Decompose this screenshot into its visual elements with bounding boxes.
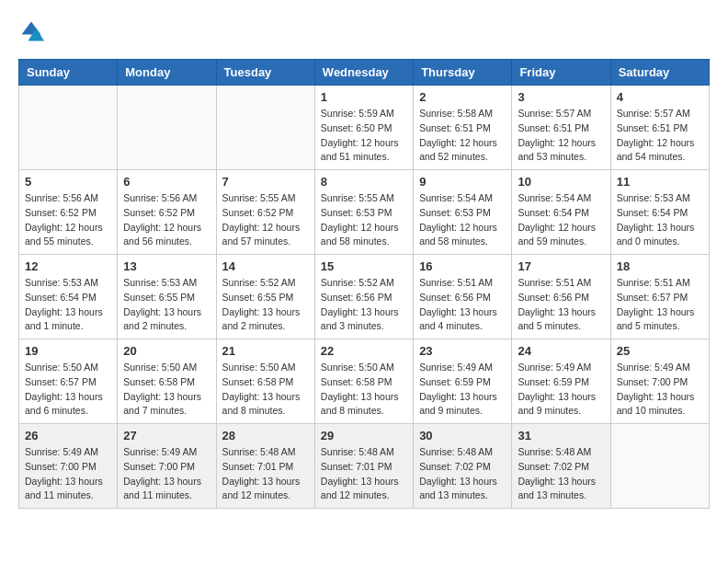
calendar-cell: 29Sunrise: 5:48 AM Sunset: 7:01 PM Dayli… xyxy=(314,424,413,509)
calendar-cell: 28Sunrise: 5:48 AM Sunset: 7:01 PM Dayli… xyxy=(216,424,314,509)
calendar-cell: 12Sunrise: 5:53 AM Sunset: 6:54 PM Dayli… xyxy=(19,255,118,339)
calendar-cell: 9Sunrise: 5:54 AM Sunset: 6:53 PM Daylig… xyxy=(414,170,512,255)
cell-info: Sunrise: 5:51 AM Sunset: 6:57 PM Dayligh… xyxy=(617,276,703,334)
cell-info: Sunrise: 5:56 AM Sunset: 6:52 PM Dayligh… xyxy=(25,191,111,249)
day-number: 5 xyxy=(25,175,111,189)
calendar-week-row: 5Sunrise: 5:56 AM Sunset: 6:52 PM Daylig… xyxy=(19,170,710,255)
cell-info: Sunrise: 5:50 AM Sunset: 6:57 PM Dayligh… xyxy=(25,361,111,419)
logo xyxy=(18,18,48,44)
cell-info: Sunrise: 5:53 AM Sunset: 6:55 PM Dayligh… xyxy=(123,276,210,334)
calendar-cell: 2Sunrise: 5:58 AM Sunset: 6:51 PM Daylig… xyxy=(414,86,512,170)
cell-info: Sunrise: 5:50 AM Sunset: 6:58 PM Dayligh… xyxy=(222,361,309,419)
calendar-cell: 1Sunrise: 5:59 AM Sunset: 6:50 PM Daylig… xyxy=(314,86,413,170)
calendar-week-row: 12Sunrise: 5:53 AM Sunset: 6:54 PM Dayli… xyxy=(19,255,710,339)
calendar-cell: 23Sunrise: 5:49 AM Sunset: 6:59 PM Dayli… xyxy=(414,339,512,424)
weekday-header: Friday xyxy=(512,60,610,86)
cell-info: Sunrise: 5:49 AM Sunset: 6:59 PM Dayligh… xyxy=(419,361,506,419)
calendar-table: SundayMondayTuesdayWednesdayThursdayFrid… xyxy=(18,59,710,509)
day-number: 25 xyxy=(617,344,703,358)
calendar-cell: 10Sunrise: 5:54 AM Sunset: 6:54 PM Dayli… xyxy=(512,170,610,255)
day-number: 6 xyxy=(123,175,210,189)
cell-info: Sunrise: 5:49 AM Sunset: 7:00 PM Dayligh… xyxy=(25,445,111,503)
cell-info: Sunrise: 5:56 AM Sunset: 6:52 PM Dayligh… xyxy=(123,191,210,249)
calendar-cell: 19Sunrise: 5:50 AM Sunset: 6:57 PM Dayli… xyxy=(19,339,118,424)
calendar-week-row: 19Sunrise: 5:50 AM Sunset: 6:57 PM Dayli… xyxy=(19,339,710,424)
calendar-cell: 7Sunrise: 5:55 AM Sunset: 6:52 PM Daylig… xyxy=(216,170,314,255)
day-number: 29 xyxy=(321,429,407,442)
cell-info: Sunrise: 5:52 AM Sunset: 6:55 PM Dayligh… xyxy=(222,276,309,334)
day-number: 23 xyxy=(419,344,506,358)
cell-info: Sunrise: 5:52 AM Sunset: 6:56 PM Dayligh… xyxy=(321,276,407,334)
calendar-cell: 27Sunrise: 5:49 AM Sunset: 7:00 PM Dayli… xyxy=(118,424,216,509)
calendar-cell: 22Sunrise: 5:50 AM Sunset: 6:58 PM Dayli… xyxy=(314,339,413,424)
day-number: 24 xyxy=(518,344,604,358)
weekday-header: Tuesday xyxy=(216,60,314,86)
calendar-cell: 14Sunrise: 5:52 AM Sunset: 6:55 PM Dayli… xyxy=(216,255,314,339)
day-number: 10 xyxy=(518,175,604,189)
day-number: 7 xyxy=(222,175,309,189)
calendar-cell: 30Sunrise: 5:48 AM Sunset: 7:02 PM Dayli… xyxy=(414,424,512,509)
day-number: 17 xyxy=(518,259,604,273)
calendar-cell: 26Sunrise: 5:49 AM Sunset: 7:00 PM Dayli… xyxy=(19,424,118,509)
calendar-cell xyxy=(118,86,216,170)
cell-info: Sunrise: 5:57 AM Sunset: 6:51 PM Dayligh… xyxy=(617,107,703,165)
day-number: 20 xyxy=(123,344,210,358)
cell-info: Sunrise: 5:55 AM Sunset: 6:52 PM Dayligh… xyxy=(222,191,309,249)
day-number: 9 xyxy=(419,175,506,189)
calendar-cell: 24Sunrise: 5:49 AM Sunset: 6:59 PM Dayli… xyxy=(512,339,610,424)
cell-info: Sunrise: 5:55 AM Sunset: 6:53 PM Dayligh… xyxy=(321,191,407,249)
calendar-cell: 16Sunrise: 5:51 AM Sunset: 6:56 PM Dayli… xyxy=(414,255,512,339)
calendar-cell: 25Sunrise: 5:49 AM Sunset: 7:00 PM Dayli… xyxy=(610,339,709,424)
cell-info: Sunrise: 5:48 AM Sunset: 7:02 PM Dayligh… xyxy=(419,445,506,503)
day-number: 15 xyxy=(321,259,407,273)
cell-info: Sunrise: 5:59 AM Sunset: 6:50 PM Dayligh… xyxy=(321,107,407,165)
day-number: 22 xyxy=(321,344,407,358)
cell-info: Sunrise: 5:54 AM Sunset: 6:54 PM Dayligh… xyxy=(518,191,604,249)
cell-info: Sunrise: 5:50 AM Sunset: 6:58 PM Dayligh… xyxy=(123,361,210,419)
cell-info: Sunrise: 5:50 AM Sunset: 6:58 PM Dayligh… xyxy=(321,361,407,419)
calendar-cell: 8Sunrise: 5:55 AM Sunset: 6:53 PM Daylig… xyxy=(314,170,413,255)
cell-info: Sunrise: 5:57 AM Sunset: 6:51 PM Dayligh… xyxy=(518,107,604,165)
header xyxy=(18,18,710,44)
weekday-header: Wednesday xyxy=(314,60,413,86)
day-number: 12 xyxy=(25,259,111,273)
cell-info: Sunrise: 5:48 AM Sunset: 7:02 PM Dayligh… xyxy=(518,445,604,503)
day-number: 31 xyxy=(518,429,604,442)
calendar-week-row: 26Sunrise: 5:49 AM Sunset: 7:00 PM Dayli… xyxy=(19,424,710,509)
calendar-cell: 17Sunrise: 5:51 AM Sunset: 6:56 PM Dayli… xyxy=(512,255,610,339)
day-number: 3 xyxy=(518,90,604,104)
calendar-cell: 5Sunrise: 5:56 AM Sunset: 6:52 PM Daylig… xyxy=(19,170,118,255)
day-number: 2 xyxy=(419,90,506,104)
day-number: 18 xyxy=(617,259,703,273)
cell-info: Sunrise: 5:49 AM Sunset: 7:00 PM Dayligh… xyxy=(617,361,703,419)
calendar-cell: 15Sunrise: 5:52 AM Sunset: 6:56 PM Dayli… xyxy=(314,255,413,339)
cell-info: Sunrise: 5:53 AM Sunset: 6:54 PM Dayligh… xyxy=(617,191,703,249)
calendar-cell: 20Sunrise: 5:50 AM Sunset: 6:58 PM Dayli… xyxy=(118,339,216,424)
calendar-cell: 31Sunrise: 5:48 AM Sunset: 7:02 PM Dayli… xyxy=(512,424,610,509)
cell-info: Sunrise: 5:51 AM Sunset: 6:56 PM Dayligh… xyxy=(518,276,604,334)
day-number: 28 xyxy=(222,429,309,442)
weekday-header: Sunday xyxy=(19,60,118,86)
day-number: 11 xyxy=(617,175,703,189)
day-number: 13 xyxy=(123,259,210,273)
cell-info: Sunrise: 5:48 AM Sunset: 7:01 PM Dayligh… xyxy=(321,445,407,503)
calendar-cell xyxy=(19,86,118,170)
cell-info: Sunrise: 5:48 AM Sunset: 7:01 PM Dayligh… xyxy=(222,445,309,503)
calendar-cell: 21Sunrise: 5:50 AM Sunset: 6:58 PM Dayli… xyxy=(216,339,314,424)
calendar-cell: 18Sunrise: 5:51 AM Sunset: 6:57 PM Dayli… xyxy=(610,255,709,339)
day-number: 27 xyxy=(123,429,210,442)
day-number: 26 xyxy=(25,429,111,442)
calendar-cell xyxy=(610,424,709,509)
cell-info: Sunrise: 5:58 AM Sunset: 6:51 PM Dayligh… xyxy=(419,107,506,165)
calendar-cell: 3Sunrise: 5:57 AM Sunset: 6:51 PM Daylig… xyxy=(512,86,610,170)
calendar-cell: 11Sunrise: 5:53 AM Sunset: 6:54 PM Dayli… xyxy=(610,170,709,255)
weekday-header: Thursday xyxy=(414,60,512,86)
calendar-cell: 13Sunrise: 5:53 AM Sunset: 6:55 PM Dayli… xyxy=(118,255,216,339)
weekday-header: Monday xyxy=(118,60,216,86)
day-number: 1 xyxy=(321,90,407,104)
cell-info: Sunrise: 5:54 AM Sunset: 6:53 PM Dayligh… xyxy=(419,191,506,249)
cell-info: Sunrise: 5:49 AM Sunset: 6:59 PM Dayligh… xyxy=(518,361,604,419)
calendar-cell: 4Sunrise: 5:57 AM Sunset: 6:51 PM Daylig… xyxy=(610,86,709,170)
day-number: 30 xyxy=(419,429,506,442)
day-number: 4 xyxy=(617,90,703,104)
